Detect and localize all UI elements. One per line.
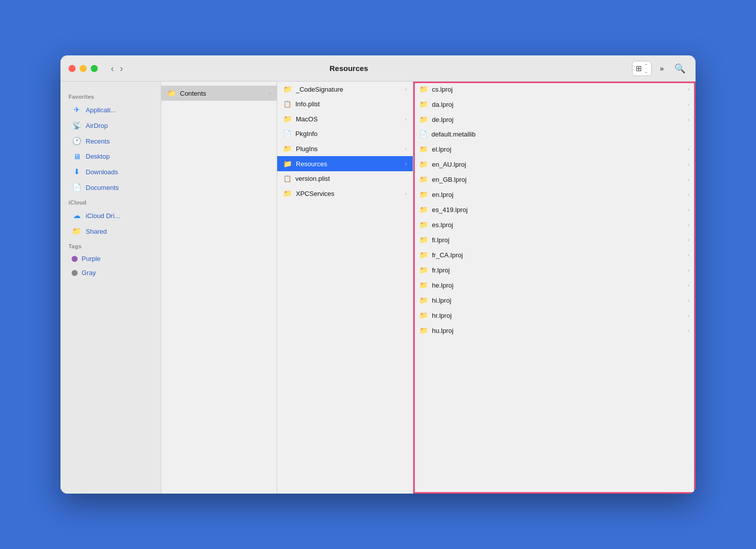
col-item-fr-lproj[interactable]: 📁 fr.lproj › (413, 262, 696, 278)
folder-icon: 📁 (283, 145, 292, 153)
col-item-label: Resources (296, 160, 401, 168)
chevron-icon: › (688, 298, 689, 303)
view-toggle[interactable]: ⊞ ⌃⌄ (632, 61, 652, 76)
chevron-icon: › (405, 191, 407, 196)
sidebar-item-purple[interactable]: Purple (64, 252, 158, 265)
chevron-icon: › (688, 313, 689, 318)
plist-icon: 📋 (283, 175, 291, 182)
chevron-icon: › (688, 117, 689, 122)
recents-icon: 🕐 (72, 136, 82, 146)
col-item-es-419-lproj[interactable]: 📁 es_419.lproj › (413, 202, 696, 217)
col-item-label: Info.plist (295, 100, 407, 108)
col-item-label: en_AU.lproj (432, 161, 684, 168)
sidebar-item-desktop[interactable]: 🖥 Desktop (64, 149, 158, 164)
chevron-icon: › (688, 177, 689, 182)
col-item-en-au-lproj[interactable]: 📁 en_AU.lproj › (413, 157, 696, 172)
col-item-label: default.metallib (431, 130, 689, 138)
col-item-codesignature[interactable]: 📁 _CodeSignature › (277, 82, 413, 97)
col-item-de-lproj[interactable]: 📁 de.lproj › (413, 112, 696, 127)
chevron-icon: › (405, 116, 407, 122)
chevron-icon: › (688, 222, 689, 228)
sidebar-item-label: Recents (86, 138, 110, 145)
close-button[interactable] (69, 65, 76, 72)
col-item-label: PkgInfo (295, 130, 407, 138)
col-item-contents[interactable]: 📁 Contents › (161, 86, 277, 101)
folder-icon: 📁 (283, 85, 292, 93)
folder-icon: 📁 (283, 115, 292, 123)
col-item-label: _CodeSignature (296, 86, 401, 93)
forward-button[interactable]: › (117, 62, 126, 75)
sidebar-item-label: iCloud Dri... (86, 212, 120, 220)
col-item-pkginfo[interactable]: 📄 PkgInfo (277, 126, 413, 141)
sidebar-item-downloads[interactable]: ⬇ Downloads (64, 164, 158, 179)
folder-icon: 📁 (419, 311, 428, 319)
col-item-default-metallib[interactable]: 📄 default.metallib (413, 127, 696, 142)
sidebar-item-gray[interactable]: Gray (64, 266, 158, 280)
column-1: 📁 Contents › (161, 82, 277, 494)
column-view-icon[interactable]: ⊞ (636, 64, 642, 73)
chevron-icon: › (688, 207, 689, 213)
column-2: 📁 _CodeSignature › 📋 Info.plist 📁 MacOS … (277, 82, 413, 494)
col-item-da-lproj[interactable]: 📁 da.lproj › (413, 97, 696, 112)
sidebar-item-airdrop[interactable]: 📡 AirDrop (64, 118, 158, 133)
col-item-fi-lproj[interactable]: 📁 fi.lproj › (413, 232, 696, 247)
folder-icon: 📁 (167, 89, 176, 97)
sidebar-item-documents[interactable]: 📄 Documents (64, 180, 158, 195)
chevron-icon: › (688, 328, 689, 333)
desktop-icon: 🖥 (72, 152, 82, 161)
sidebar: Favorites ✈ Applicati... 📡 AirDrop 🕐 Rec… (60, 82, 161, 494)
col-item-hr-lproj[interactable]: 📁 hr.lproj › (413, 308, 696, 323)
col-item-en-gb-lproj[interactable]: 📁 en_GB.lproj › (413, 172, 696, 187)
chevron-icon: › (688, 87, 689, 92)
sidebar-item-shared[interactable]: 📁 Shared (64, 224, 158, 239)
col-item-en-lproj[interactable]: 📁 en.lproj › (413, 187, 696, 202)
col-item-label: hi.lproj (432, 297, 684, 304)
folder-icon: 📁 (419, 85, 428, 93)
window-title: Resources (126, 64, 572, 73)
search-button[interactable]: 🔍 (672, 61, 687, 76)
chevron-icon: › (688, 237, 689, 243)
col-item-plugins[interactable]: 📁 PlugIns › (277, 141, 413, 156)
col-item-es-lproj[interactable]: 📁 es.lproj › (413, 217, 696, 232)
col-item-label: MacOS (296, 115, 401, 123)
main-area: Favorites ✈ Applicati... 📡 AirDrop 🕐 Rec… (60, 82, 696, 494)
col-item-label: en.lproj (432, 191, 684, 198)
chevron-icon: › (405, 87, 407, 92)
sidebar-item-applications[interactable]: ✈ Applicati... (64, 102, 158, 117)
col-item-he-lproj[interactable]: 📁 he.lproj › (413, 278, 696, 293)
toolbar-right: ⊞ ⌃⌄ » 🔍 (632, 61, 687, 76)
col-item-fr-ca-lproj[interactable]: 📁 fr_CA.lproj › (413, 247, 696, 262)
col-item-xpcservices[interactable]: 📁 XPCServices › (277, 186, 413, 201)
file-icon: 📄 (419, 130, 427, 138)
folder-icon: 📁 (419, 281, 428, 289)
col-item-infoplist[interactable]: 📋 Info.plist (277, 97, 413, 111)
view-chevron-icon[interactable]: ⌃⌄ (644, 63, 648, 74)
chevron-icon: › (269, 91, 271, 96)
sidebar-item-icloud-drive[interactable]: ☁ iCloud Dri... (64, 208, 158, 223)
chevron-icon: › (405, 161, 407, 167)
finder-window: ‹ › Resources ⊞ ⌃⌄ » 🔍 Favorites ✈ Appli… (60, 55, 696, 494)
maximize-button[interactable] (91, 65, 98, 72)
folder-icon: 📁 (283, 189, 292, 197)
more-button[interactable]: » (658, 62, 666, 75)
col-item-hu-lproj[interactable]: 📁 hu.lproj › (413, 323, 696, 338)
shared-icon: 📁 (72, 227, 82, 236)
col-item-hi-lproj[interactable]: 📁 hi.lproj › (413, 293, 696, 308)
col-item-label: es_419.lproj (432, 206, 684, 214)
chevron-icon: › (688, 192, 689, 197)
col-item-cs-lproj[interactable]: 📁 cs.lproj › (413, 82, 696, 97)
col-item-label: hu.lproj (432, 327, 684, 334)
back-button[interactable]: ‹ (108, 62, 117, 75)
col-item-el-lproj[interactable]: 📁 el.lproj › (413, 142, 696, 157)
col-item-macos[interactable]: 📁 MacOS › (277, 111, 413, 126)
minimize-button[interactable] (80, 65, 87, 72)
sidebar-item-label: Documents (86, 184, 119, 191)
file-icon: 📄 (283, 130, 291, 138)
folder-icon: 📁 (419, 145, 428, 153)
col-item-label: en_GB.lproj (432, 176, 684, 183)
sidebar-item-recents[interactable]: 🕐 Recents (64, 133, 158, 149)
col-item-resources[interactable]: 📁 Resources › (277, 156, 413, 171)
folder-selected-icon: 📁 (283, 160, 292, 168)
col-item-versionplist[interactable]: 📋 version.plist (277, 171, 413, 186)
icloud-drive-icon: ☁ (72, 211, 82, 220)
